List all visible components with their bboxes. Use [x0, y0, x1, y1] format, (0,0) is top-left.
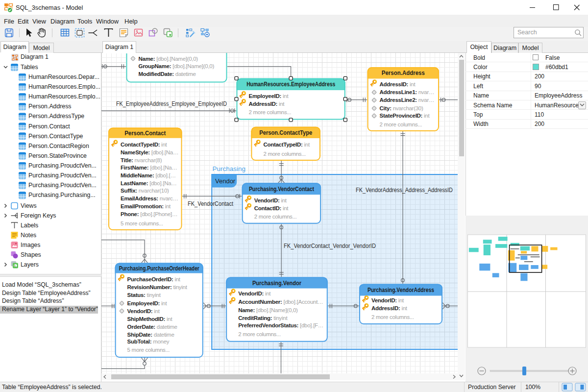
- svg-text:Person.Contact: Person.Contact: [124, 129, 166, 137]
- svg-text:FirstName: [dbo].[Na…: FirstName: [dbo].[Na…: [121, 165, 177, 171]
- svg-text:PreferredVendorStatus: [dbo].[: PreferredVendorStatus: [dbo].[F…: [238, 322, 323, 328]
- svg-text:Title: nvarchar(8): Title: nvarchar(8): [121, 157, 162, 163]
- svg-text:5 more columns...: 5 more columns...: [127, 347, 170, 353]
- svg-text:City: nvarchar(30): City: nvarchar(30): [380, 105, 423, 111]
- svg-text:AddressID: int: AddressID: int: [380, 81, 416, 87]
- svg-text:AccountNumber: [dbo].[Account…: AccountNumber: [dbo].[Account…: [238, 299, 323, 305]
- svg-text:Vendor: Vendor: [215, 177, 236, 185]
- svg-text:EmployeeID: int: EmployeeID: int: [127, 300, 168, 306]
- svg-text:Name: [dbo].[Name](0,0): Name: [dbo].[Name](0,0): [238, 307, 298, 313]
- svg-text:Status: tinyint: Status: tinyint: [127, 292, 161, 298]
- svg-text:AddressLine2: nvar…: AddressLine2: nvar…: [380, 97, 435, 103]
- svg-text:Person.Address: Person.Address: [382, 69, 425, 76]
- svg-text:ContactTypeID: int: ContactTypeID: int: [121, 142, 168, 147]
- svg-text:FK_VendorContact: FK_VendorContact: [188, 200, 233, 207]
- svg-text:ShipDate: datetime: ShipDate: datetime: [127, 332, 174, 338]
- svg-text:Purchasing.VendorAddress: Purchasing.VendorAddress: [368, 286, 434, 294]
- svg-text:FK_VendorContact_Vendor_Vendor: FK_VendorContact_Vendor_VendorID: [284, 243, 376, 249]
- svg-text:Purchasing.VendorContact: Purchasing.VendorContact: [249, 185, 315, 193]
- svg-text:VendorID: int: VendorID: int: [127, 308, 160, 314]
- svg-text:2 more columns...: 2 more columns...: [263, 151, 306, 157]
- svg-text:GroupName: [dbo].[Name](0,0): GroupName: [dbo].[Name](0,0): [139, 63, 215, 69]
- svg-text:VendorID: int: VendorID: int: [254, 197, 287, 203]
- svg-text:StateProvinceID: int: StateProvinceID: int: [380, 113, 430, 119]
- svg-text:Purchasing.Vendor: Purchasing.Vendor: [252, 279, 301, 287]
- svg-text:HumanResources.EmployeeAddress: HumanResources.EmployeeAddress: [246, 80, 335, 88]
- svg-text:AddressLine1: nvar…: AddressLine1: nvar…: [380, 89, 435, 95]
- svg-text:2 more columns...: 2 more columns...: [238, 331, 281, 337]
- svg-text:NameStyle: [dbo].[Na…: NameStyle: [dbo].[Na…: [121, 149, 178, 155]
- svg-text:ContactTypeID: int: ContactTypeID: int: [263, 142, 310, 147]
- svg-text:FK_VendorAddress_Address_Addre: FK_VendorAddress_Address_AddressID: [356, 187, 453, 194]
- svg-text:SubTotal: money: SubTotal: money: [127, 339, 170, 344]
- svg-text:Purchasing.PurchaseOrderHeader: Purchasing.PurchaseOrderHeader: [119, 265, 199, 272]
- svg-text:LastName: [dbo].[Na…: LastName: [dbo].[Na…: [121, 180, 177, 186]
- svg-text:L: L: [14, 264, 17, 268]
- svg-text:Suffix: nvarchar(10): Suffix: nvarchar(10): [121, 188, 169, 194]
- svg-text:2 more columns...: 2 more columns...: [371, 314, 414, 320]
- svg-text:AddressID: int: AddressID: int: [249, 101, 285, 107]
- svg-text:Person.ContactType: Person.ContactType: [259, 129, 312, 136]
- svg-text:2 more columns...: 2 more columns...: [249, 109, 292, 115]
- svg-text:AddressID: int: AddressID: int: [371, 305, 408, 311]
- svg-text:EmployeeID: int: EmployeeID: int: [249, 93, 289, 99]
- svg-text:ModifiedDate: datetime: ModifiedDate: datetime: [139, 71, 196, 77]
- svg-text:2 more columns...: 2 more columns...: [254, 214, 297, 220]
- svg-text:2 more columns...: 2 more columns...: [380, 122, 422, 127]
- svg-text:Name: [dbo].[Name](0,0): Name: [dbo].[Name](0,0): [139, 56, 198, 62]
- svg-text:5 more columns...: 5 more columns...: [121, 220, 163, 226]
- svg-text:ContactID: int: ContactID: int: [254, 205, 289, 211]
- svg-text:ShipMethodID: int: ShipMethodID: int: [127, 316, 173, 322]
- svg-text:PurchaseOrderID: int: PurchaseOrderID: int: [127, 276, 181, 282]
- svg-text:EmailPromotion: int: EmailPromotion: int: [121, 203, 171, 209]
- svg-text:VendorID: int: VendorID: int: [238, 291, 271, 296]
- svg-text:FK_EmployeeAddress_Employee_Em: FK_EmployeeAddress_Employee_EmployeeID: [116, 100, 227, 107]
- svg-text:Phone: [dbo].[Phone]…: Phone: [dbo].[Phone]…: [121, 211, 177, 217]
- svg-text:CreditRating: tinyint: CreditRating: tinyint: [238, 315, 288, 321]
- svg-text:OrderDate: datetime: OrderDate: datetime: [127, 324, 177, 330]
- svg-text:VendorID: int: VendorID: int: [371, 297, 404, 303]
- svg-text:EmailAddress: nvarc…: EmailAddress: nvarc…: [121, 196, 178, 201]
- svg-text:RevisionNumber: tinyint: RevisionNumber: tinyint: [127, 284, 188, 290]
- svg-text:MiddleName: [dbo].[…: MiddleName: [dbo].[…: [121, 172, 176, 178]
- svg-text:Purchasing: Purchasing: [213, 165, 246, 172]
